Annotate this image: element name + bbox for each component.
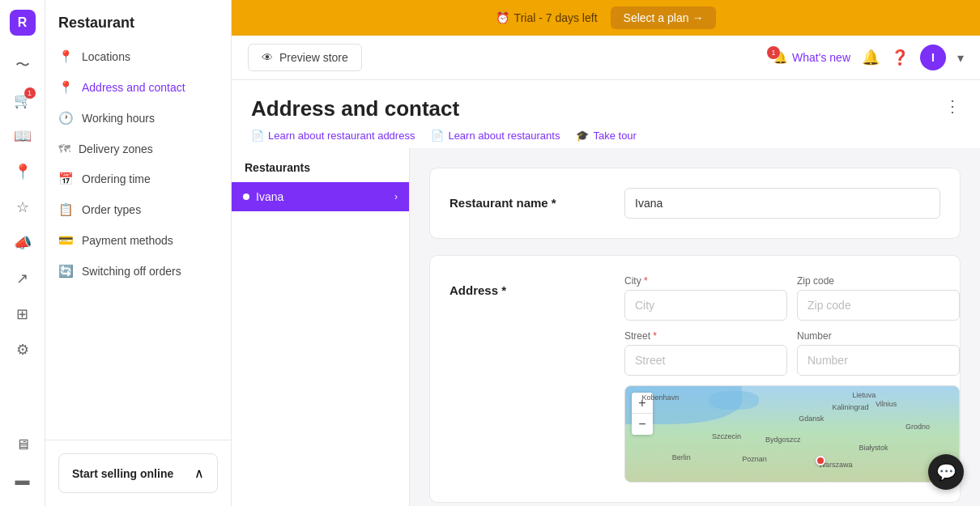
street-label: Street * [624, 330, 787, 342]
chevron-right-icon: › [394, 191, 398, 202]
map-label-szczecin: Szczecin [712, 432, 741, 440]
map-label-kaliningrad: Kaliningrad [832, 403, 868, 411]
address-row: Address * City * [450, 275, 940, 483]
restaurants-panel-title: Restaurants [232, 148, 409, 182]
learn-restaurants-label: Learn about restaurants [448, 130, 560, 142]
preview-store-button[interactable]: 👁 Preview store [248, 44, 362, 71]
map-label-berlin: Berlin [672, 453, 691, 461]
ordering-time-label: Ordering time [82, 172, 151, 185]
whats-new-label: What's new [792, 51, 850, 64]
trial-text: ⏰ Trial - 7 days left [496, 11, 598, 24]
city-zip-group: City * Zip code [624, 275, 960, 321]
sidebar-item-payment-methods[interactable]: 💳 Payment methods [45, 225, 231, 256]
start-selling-banner[interactable]: Start selling online ∧ [58, 453, 218, 493]
calendar-icon: 📅 [58, 172, 74, 186]
whats-new-badge: 1 [767, 46, 780, 59]
sidebar-icon-location[interactable]: 📍 [6, 155, 39, 188]
city-label: City * [624, 275, 787, 287]
address-fields: City * Zip code [624, 275, 960, 483]
whats-new-button[interactable]: 1 🔔 What's new [773, 51, 850, 64]
sidebar-item-delivery-zones[interactable]: 🗺 Delivery zones [45, 134, 231, 164]
left-navigation: Restaurant 📍 Locations 📍 Address and con… [45, 0, 232, 506]
notification-bell-icon[interactable]: 🔔 [862, 49, 880, 66]
map-label-bydgoszcz: Bydgoszcz [765, 436, 801, 444]
map-label-kobenhavn: Kobenhavn [642, 393, 680, 402]
sidebar-icon-settings[interactable]: ⚙ [6, 334, 39, 366]
sidebar-icon-book[interactable]: 📖 [6, 120, 39, 152]
status-dot [243, 193, 249, 200]
restaurant-item-left: Ivana [243, 190, 283, 203]
sidebar-icon-monitor[interactable]: 🖥 [6, 428, 39, 461]
address-section: Address * City * [429, 255, 961, 503]
restaurant-name-label-col: Restaurant name * [450, 188, 611, 210]
sidebar-item-working-hours[interactable]: 🕐 Working hours [45, 103, 231, 134]
restaurant-name-row: Restaurant name * [450, 188, 940, 219]
sidebar-icon-chart[interactable]: ↗ [6, 262, 39, 295]
learn-restaurant-address-link[interactable]: 📄 Learn about restaurant address [251, 130, 415, 142]
sidebar-icon-grid[interactable]: ⊞ [6, 298, 39, 330]
more-options-button[interactable]: ⋮ [944, 96, 961, 116]
restaurant-name-fields [624, 188, 940, 219]
delivery-zones-label: Delivery zones [79, 142, 153, 155]
user-avatar[interactable]: I [920, 45, 946, 70]
sidebar-item-order-types[interactable]: 📋 Order types [45, 194, 231, 225]
zip-field: Zip code [797, 275, 960, 321]
content-panels: Restaurants Ivana › Restaurant name * [232, 148, 980, 506]
sidebar-icon-cart[interactable]: 🛒1 [6, 84, 39, 117]
restaurant-item-ivana[interactable]: Ivana › [232, 182, 409, 211]
map-zoom-out-button[interactable]: − [632, 414, 653, 435]
switching-off-label: Switching off orders [82, 265, 181, 278]
sidebar-item-locations[interactable]: 📍 Locations [45, 41, 231, 72]
city-required: * [644, 275, 648, 287]
address-label: Address and contact [82, 81, 185, 94]
toolbar-right: 1 🔔 What's new 🔔 ❓ I ▾ [773, 45, 964, 70]
map-label-bialystok: Białystok [859, 444, 888, 452]
select-plan-button[interactable]: Select a plan → [611, 6, 717, 29]
sidebar-item-switching-off[interactable]: 🔄 Switching off orders [45, 256, 231, 287]
learn-address-label: Learn about restaurant address [268, 130, 415, 142]
map-label-vilnius: Vilnius [876, 400, 897, 408]
number-input[interactable] [797, 345, 960, 376]
icon-sidebar: R 〜 🛒1 📖 📍 ☆ 📣 ↗ ⊞ ⚙ 🖥 ▬ [0, 0, 45, 506]
address-label-col: Address * [450, 275, 611, 297]
sidebar-icon-pulse[interactable]: 〜 [6, 49, 39, 81]
order-types-label: Order types [82, 203, 141, 216]
page-links: 📄 Learn about restaurant address 📄 Learn… [251, 130, 637, 142]
sidebar-icon-star[interactable]: ☆ [6, 191, 39, 223]
page-title: Address and contact [251, 96, 637, 121]
left-nav-footer: Start selling online ∧ [45, 440, 231, 506]
doc-icon: 📄 [251, 130, 264, 142]
help-icon[interactable]: ❓ [891, 49, 909, 66]
trial-banner: ⏰ Trial - 7 days left Select a plan → [232, 0, 980, 36]
take-tour-label: Take tour [593, 130, 636, 142]
take-tour-link[interactable]: 🎓 Take tour [576, 130, 636, 142]
start-selling-text: Start selling online [72, 467, 173, 480]
sidebar-item-ordering-time[interactable]: 📅 Ordering time [45, 164, 231, 194]
zip-input[interactable] [797, 290, 960, 321]
app-logo[interactable]: R [10, 10, 36, 36]
city-input[interactable] [624, 290, 787, 321]
clipboard-icon: 📋 [58, 202, 74, 217]
restaurant-name-input[interactable] [624, 188, 940, 219]
map-label-grodno: Grodno [905, 423, 930, 431]
sidebar-icon-megaphone[interactable]: 📣 [6, 227, 39, 259]
number-label: Number [797, 330, 960, 342]
city-label-text: City [624, 275, 641, 287]
eye-icon: 👁 [262, 51, 273, 64]
map-label-lietuva: Lietuva [852, 391, 876, 399]
sidebar-item-address-contact[interactable]: 📍 Address and contact [45, 72, 231, 103]
number-field: Number [797, 330, 960, 376]
zip-label: Zip code [797, 275, 960, 287]
clock-icon: ⏰ [496, 11, 509, 24]
map-background: + − Kobenhavn Gdansk Bydgoszcz Szczecin … [625, 386, 959, 482]
trial-days-left: Trial - 7 days left [514, 11, 598, 24]
map-icon: 🗺 [58, 142, 70, 155]
sidebar-icon-panel[interactable]: ▬ [6, 464, 39, 496]
learn-restaurants-link[interactable]: 📄 Learn about restaurants [431, 130, 560, 142]
preview-label: Preview store [279, 51, 348, 64]
working-hours-label: Working hours [82, 112, 155, 125]
chat-bubble[interactable]: 💬 [928, 454, 964, 490]
locations-icon: 📍 [58, 49, 74, 64]
chevron-down-icon[interactable]: ▾ [957, 50, 964, 66]
street-input[interactable] [624, 345, 787, 376]
